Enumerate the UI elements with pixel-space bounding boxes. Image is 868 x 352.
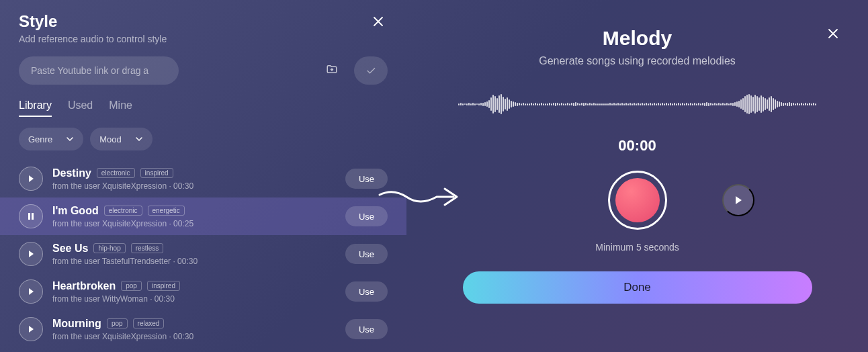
filters: GenreMood <box>19 128 388 150</box>
pause-button[interactable] <box>19 204 43 228</box>
input-row <box>19 56 388 85</box>
play-icon <box>27 175 35 183</box>
record-button[interactable] <box>608 171 667 230</box>
input-wrapper <box>19 56 347 85</box>
tag: electronic <box>97 168 135 178</box>
filter-label: Mood <box>99 134 122 144</box>
play-icon <box>27 288 35 296</box>
melody-title: Melody <box>603 27 672 50</box>
list-item[interactable]: Mourningpoprelaxedfrom the user Xquisite… <box>0 310 406 348</box>
style-title: Style <box>19 12 388 31</box>
close-icon <box>373 16 384 27</box>
play-icon <box>733 195 744 206</box>
play-button[interactable] <box>19 167 43 191</box>
play-button[interactable] <box>19 279 43 304</box>
timer: 00:00 <box>618 137 656 155</box>
item-body: Destinyelectronicinspiredfrom the user X… <box>52 167 336 191</box>
submit-button[interactable] <box>354 56 388 85</box>
list-item[interactable]: I'm Goodelectronicenergeticfrom the user… <box>0 197 406 235</box>
play-button[interactable] <box>19 242 43 266</box>
tab-library[interactable]: Library <box>19 99 52 117</box>
item-meta: from the user XquisiteXpression · 00:30 <box>52 332 336 341</box>
close-button[interactable] <box>370 13 386 30</box>
melody-panel: Melody Generate songs using recorded mel… <box>406 0 868 352</box>
tag: relaxed <box>133 318 165 328</box>
play-button[interactable] <box>19 317 43 341</box>
item-meta: from the user TastefulTrendsetter · 00:3… <box>52 257 336 266</box>
chevron-down-icon <box>135 135 143 143</box>
item-body: Mourningpoprelaxedfrom the user Xquisite… <box>52 318 336 341</box>
list-item[interactable]: See Uship-hoprestlessfrom the user Taste… <box>0 235 406 273</box>
tag: energetic <box>148 206 185 216</box>
list-item[interactable]: Destinyelectronicinspiredfrom the user X… <box>0 160 406 197</box>
tabs: LibraryUsedMine <box>19 99 388 117</box>
arrow-illustration <box>376 185 464 212</box>
filter-label: Genre <box>28 134 52 144</box>
tag: inspired <box>147 281 180 291</box>
tag: pop <box>121 281 142 291</box>
use-button[interactable]: Use <box>345 281 388 302</box>
check-icon <box>365 64 377 77</box>
list-item[interactable]: Heartbrokenpopinspiredfrom the user Witt… <box>0 273 406 310</box>
tab-mine[interactable]: Mine <box>109 99 132 117</box>
melody-subtitle: Generate songs using recorded melodies <box>539 55 736 67</box>
item-meta: from the user WittyWoman · 00:30 <box>52 294 336 304</box>
play-icon <box>27 325 35 333</box>
item-body: Heartbrokenpopinspiredfrom the user Witt… <box>52 280 336 304</box>
min-seconds: Minimum 5 seconds <box>595 242 679 253</box>
tag: electronic <box>104 206 142 216</box>
close-icon <box>828 28 838 39</box>
filter-mood[interactable]: Mood <box>90 128 153 150</box>
item-meta: from the user XquisiteXpression · 00:30 <box>52 181 336 191</box>
style-list: Destinyelectronicinspiredfrom the user X… <box>0 160 406 348</box>
close-button[interactable] <box>825 26 841 42</box>
pause-icon <box>27 212 35 220</box>
svg-rect-1 <box>32 213 34 220</box>
use-button[interactable]: Use <box>345 244 388 264</box>
item-body: I'm Goodelectronicenergeticfrom the user… <box>52 205 336 228</box>
tag: pop <box>107 318 128 328</box>
record-controls <box>608 171 667 230</box>
item-body: See Uship-hoprestlessfrom the user Taste… <box>52 243 336 266</box>
filter-genre[interactable]: Genre <box>19 128 83 150</box>
tag: inspired <box>140 168 173 178</box>
chevron-down-icon <box>66 135 74 143</box>
item-title: Mourning <box>52 318 101 330</box>
item-title: Destiny <box>52 167 91 179</box>
done-button[interactable]: Done <box>463 271 812 304</box>
item-title: I'm Good <box>52 205 99 217</box>
tag: hip-hop <box>93 243 125 253</box>
waveform <box>433 87 841 121</box>
tag: restless <box>131 243 163 253</box>
item-title: Heartbroken <box>52 280 116 292</box>
item-title: See Us <box>52 243 88 255</box>
use-button[interactable]: Use <box>345 319 388 339</box>
item-meta: from the user XquisiteXpression · 00:25 <box>52 219 336 228</box>
style-panel: Style Add reference audio to control sty… <box>0 0 406 352</box>
tab-used[interactable]: Used <box>68 99 93 117</box>
url-input[interactable] <box>19 56 179 85</box>
play-button[interactable] <box>722 184 754 216</box>
folder-icon[interactable] <box>326 63 338 78</box>
svg-rect-0 <box>28 213 30 220</box>
play-icon <box>27 250 35 258</box>
record-icon <box>615 178 660 222</box>
style-subtitle: Add reference audio to control style <box>19 34 388 44</box>
